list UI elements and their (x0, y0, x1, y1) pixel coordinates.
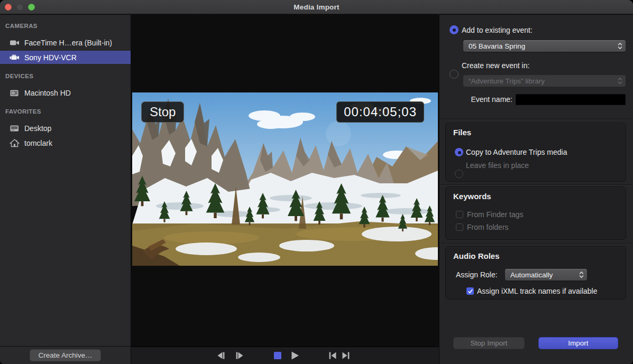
leave-files-radio (455, 170, 463, 178)
assign-role-value: Automatically (510, 271, 553, 279)
ixml-track-names-checkbox[interactable] (466, 287, 474, 295)
sidebar-item-desktop[interactable]: Desktop (0, 122, 131, 135)
create-new-event-label: Create new event in: (462, 61, 529, 70)
sidebar-item-label: Macintosh HD (24, 89, 71, 97)
keywords-group-title: Keywords (453, 192, 491, 201)
files-group-title: Files (453, 128, 471, 137)
stop-capture-overlay-button[interactable]: Stop (141, 101, 184, 123)
ixml-track-names-label: Assign iXML track names if available (477, 287, 597, 295)
from-folders-checkbox (456, 223, 463, 231)
close-button[interactable] (5, 4, 12, 11)
sidebar: CAMERAS FaceTime H…era (Built-in) Sony H… (0, 15, 131, 364)
add-to-existing-event-radio[interactable] (449, 25, 458, 34)
stop-playback-button[interactable] (274, 352, 282, 360)
import-settings-panel: Add to existing event: 05 Bavaria Spring… (439, 15, 633, 364)
library-dropdown: “Adventure Trips” library (463, 75, 626, 87)
minimize-button (16, 4, 23, 11)
previous-clip-button[interactable] (328, 351, 337, 360)
transport-bar (131, 347, 439, 364)
step-backward-button[interactable] (216, 351, 226, 360)
section-header-devices: DEVICES (5, 73, 33, 79)
sidebar-item-label: FaceTime H…era (Built-in) (24, 39, 112, 47)
sidebar-item-label: Desktop (24, 124, 51, 133)
step-forward-button[interactable] (235, 351, 244, 360)
section-header-cameras: CAMERAS (5, 23, 38, 29)
sidebar-footer: Create Archive… (0, 346, 131, 364)
video-camera-icon (10, 39, 20, 47)
leave-files-label: Leave files in place (466, 161, 529, 170)
timecode-display: 00:04:05;03 (336, 101, 424, 123)
assign-role-dropdown[interactable]: Automatically (505, 269, 587, 281)
checkmark-icon (467, 288, 473, 294)
sidebar-item-tomclark[interactable]: tomclark (0, 136, 131, 150)
import-button[interactable]: Import (538, 337, 618, 349)
section-header-favorites: FAVORITES (5, 108, 41, 115)
chevron-up-down-icon (618, 77, 622, 85)
copy-to-media-radio[interactable] (455, 148, 463, 156)
zoom-button[interactable] (28, 4, 35, 11)
traffic-lights (5, 4, 35, 11)
files-group: Files Copy to Adventure Trips media Leav… (445, 123, 626, 182)
from-finder-tags-checkbox (456, 211, 463, 218)
sidebar-item-facetime-camera[interactable]: FaceTime H…era (Built-in) (0, 36, 131, 49)
play-button[interactable] (291, 351, 300, 360)
next-clip-button[interactable] (341, 351, 351, 360)
sidebar-item-label: Sony HDV-VCR (24, 53, 77, 62)
existing-event-value: 05 Bavaria Spring (469, 42, 525, 50)
add-to-existing-event-label: Add to existing event: (462, 26, 533, 34)
sidebar-item-sony-hdv-vcr[interactable]: Sony HDV-VCR (0, 51, 131, 64)
audio-roles-group: Audio Roles Assign Role: Automatically A… (445, 246, 626, 300)
audio-roles-group-title: Audio Roles (453, 251, 500, 260)
preview-area: Stop 00:04:05;03 (131, 15, 439, 364)
chevron-up-down-icon (618, 42, 622, 50)
keywords-group: Keywords From Finder tags From folders (445, 186, 626, 240)
from-folders-label: From folders (467, 223, 509, 231)
copy-to-media-label: Copy to Adventure Trips media (466, 148, 567, 156)
from-finder-tags-label: From Finder tags (467, 210, 524, 219)
desktop-icon (10, 124, 20, 133)
stop-import-button: Stop Import (453, 337, 525, 349)
titlebar: Media Import (0, 0, 633, 14)
event-name-input[interactable] (516, 94, 626, 105)
create-new-event-radio[interactable] (449, 70, 458, 79)
media-import-window: Media Import CAMERAS FaceTime H…era (Bui… (0, 0, 633, 364)
window-title: Media Import (293, 3, 339, 11)
sidebar-item-macintosh-hd[interactable]: Macintosh HD (0, 86, 131, 99)
chevron-up-down-icon (579, 271, 584, 278)
existing-event-dropdown[interactable]: 05 Bavaria Spring (463, 40, 626, 52)
home-icon (10, 139, 20, 147)
hard-drive-icon (10, 89, 20, 97)
sidebar-item-label: tomclark (24, 139, 52, 147)
library-value: “Adventure Trips” library (469, 77, 545, 85)
create-archive-button[interactable]: Create Archive… (30, 349, 101, 361)
assign-role-label: Assign Role: (456, 270, 498, 279)
event-name-label: Event name: (463, 95, 512, 104)
camcorder-icon (10, 53, 20, 62)
video-preview[interactable]: Stop 00:04:05;03 (132, 92, 438, 266)
